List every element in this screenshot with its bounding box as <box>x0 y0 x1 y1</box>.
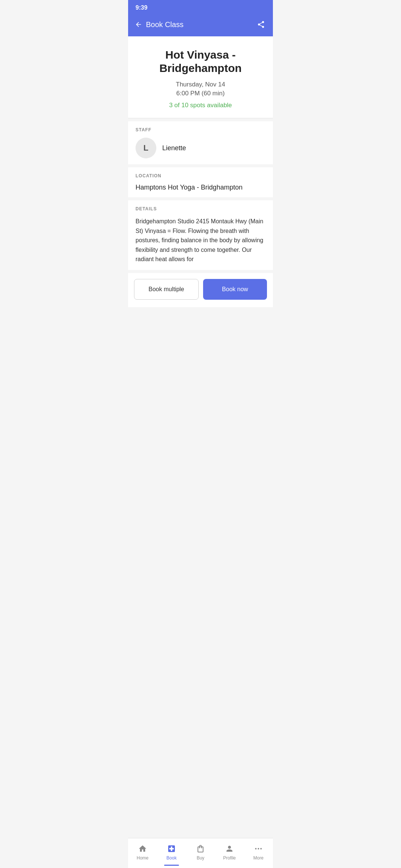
nav-item-home[interactable]: Home <box>128 842 157 862</box>
class-date: Thursday, Nov 14 <box>136 81 265 88</box>
nav-label-book: Book <box>166 855 176 861</box>
spots-available: 3 of 10 spots available <box>136 102 265 109</box>
active-indicator <box>164 865 179 866</box>
book-now-button[interactable]: Book now <box>203 279 267 300</box>
location-name: Hamptons Hot Yoga - Bridghampton <box>136 184 265 191</box>
class-title: Hot Vinyasa - Bridgehampton <box>136 48 265 75</box>
class-time: 6:00 PM (60 min) <box>136 90 265 97</box>
nav-item-buy[interactable]: Buy <box>186 842 215 862</box>
status-time: 9:39 <box>136 4 147 11</box>
nav-label-buy: Buy <box>197 855 205 861</box>
profile-icon <box>224 844 235 854</box>
svg-point-0 <box>255 848 257 849</box>
nav-item-profile[interactable]: Profile <box>215 842 244 862</box>
details-text: Bridgehampton Studio 2415 Montauk Hwy (M… <box>136 217 265 264</box>
staff-avatar: L <box>136 138 156 158</box>
more-icon <box>253 844 264 854</box>
hero-section: Hot Vinyasa - Bridgehampton Thursday, No… <box>128 36 273 118</box>
svg-point-2 <box>260 848 262 849</box>
bottom-buttons: Book multiple Book now <box>128 273 273 307</box>
bottom-nav: Home Book Buy Profile <box>128 838 273 868</box>
staff-label: STAFF <box>136 127 265 132</box>
nav-item-book[interactable]: Book <box>157 842 186 862</box>
app-bar: Book Class <box>128 14 273 36</box>
home-icon <box>137 844 148 854</box>
details-section: DETAILS Bridgehampton Studio 2415 Montau… <box>128 200 273 270</box>
app-bar-title: Book Class <box>146 20 183 29</box>
book-icon <box>166 844 177 854</box>
nav-label-more: More <box>253 855 263 861</box>
staff-row: L Lienette <box>136 138 265 158</box>
nav-item-more[interactable]: More <box>244 842 273 862</box>
nav-label-home: Home <box>137 855 149 861</box>
svg-point-1 <box>258 848 259 849</box>
details-label: DETAILS <box>136 206 265 211</box>
location-section: LOCATION Hamptons Hot Yoga - Bridghampto… <box>128 167 273 197</box>
location-label: LOCATION <box>136 173 265 178</box>
buy-icon <box>195 844 206 854</box>
bottom-spacer <box>128 307 273 337</box>
book-multiple-button[interactable]: Book multiple <box>134 279 199 300</box>
share-button[interactable] <box>255 19 267 30</box>
nav-label-profile: Profile <box>223 855 236 861</box>
staff-name: Lienette <box>162 144 186 152</box>
back-arrow-icon <box>134 20 143 29</box>
status-bar: 9:39 <box>128 0 273 14</box>
staff-section: STAFF L Lienette <box>128 121 273 164</box>
back-button[interactable]: Book Class <box>134 20 183 29</box>
